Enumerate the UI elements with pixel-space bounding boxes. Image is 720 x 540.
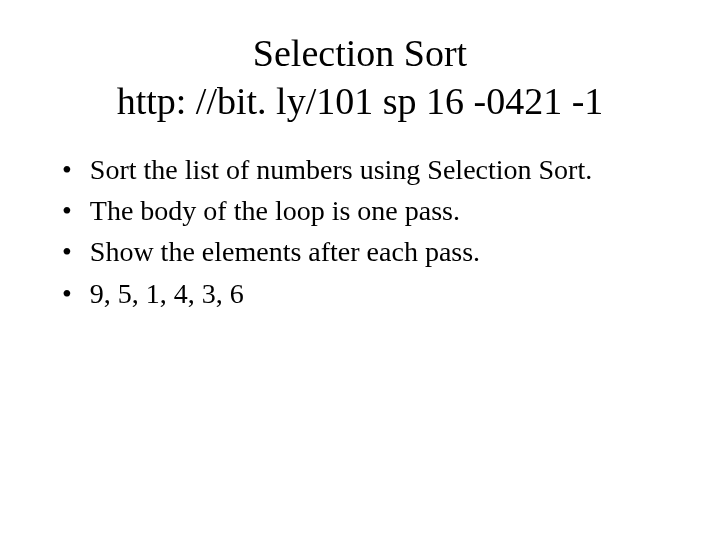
- bullet-list: • Sort the list of numbers using Selecti…: [50, 150, 670, 313]
- list-item: • The body of the loop is one pass.: [62, 191, 670, 230]
- bullet-text: 9, 5, 1, 4, 3, 6: [90, 274, 670, 313]
- bullet-icon: •: [62, 150, 72, 189]
- list-item: • Show the elements after each pass.: [62, 232, 670, 271]
- bullet-text: Show the elements after each pass.: [90, 232, 670, 271]
- bullet-icon: •: [62, 232, 72, 271]
- bullet-icon: •: [62, 191, 72, 230]
- slide-title-block: Selection Sort http: //bit. ly/101 sp 16…: [50, 30, 670, 125]
- bullet-text: The body of the loop is one pass.: [90, 191, 670, 230]
- list-item: • Sort the list of numbers using Selecti…: [62, 150, 670, 189]
- slide-title-line-1: Selection Sort: [50, 30, 670, 78]
- bullet-text: Sort the list of numbers using Selection…: [90, 150, 670, 189]
- list-item: • 9, 5, 1, 4, 3, 6: [62, 274, 670, 313]
- slide-title-line-2: http: //bit. ly/101 sp 16 -0421 -1: [50, 78, 670, 126]
- bullet-icon: •: [62, 274, 72, 313]
